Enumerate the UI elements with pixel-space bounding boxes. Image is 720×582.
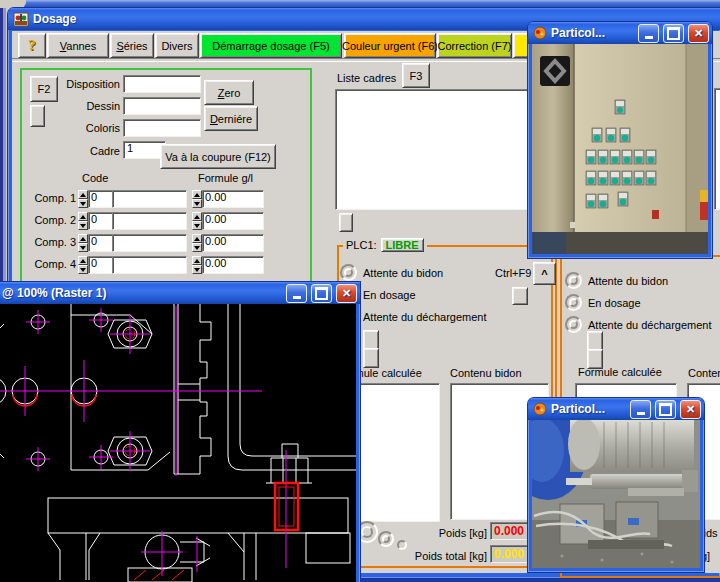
status-indicator: [340, 264, 357, 281]
particol-bottom-title: Particol...: [551, 402, 626, 416]
component-formule-input[interactable]: 0.00: [202, 256, 264, 274]
liste-cadres-listbox[interactable]: [335, 89, 542, 210]
component-label: Comp. 1: [30, 192, 76, 204]
small-button-under-f2[interactable]: [30, 105, 45, 127]
code-header: Code: [82, 172, 108, 184]
toolbar-button-vannes[interactable]: Vannes: [47, 33, 109, 58]
component-code-spinner[interactable]: [78, 190, 88, 208]
component-formule-spinner[interactable]: [192, 256, 202, 274]
component-name-input[interactable]: [112, 190, 187, 208]
cad-titlebar[interactable]: @ 100% (Raster 1) ✕: [0, 282, 360, 304]
plc1-poids-label: Poids [kg]: [392, 527, 487, 539]
plc1-state-attente-dechargement: Attente du déchargement: [363, 311, 487, 323]
close-icon[interactable]: ✕: [336, 284, 357, 303]
component-label: Comp. 3: [30, 236, 76, 248]
component-formule-spinner[interactable]: [192, 234, 202, 252]
dosage-app-icon: [13, 12, 29, 27]
plc1-header: PLC1: LIBRE: [343, 238, 427, 252]
component-code-input[interactable]: 0: [88, 190, 113, 208]
background-window-corner: [0, 0, 26, 8]
plc2-state-en-dosage: En dosage: [588, 297, 641, 309]
coloris-label: Coloris: [58, 122, 120, 134]
component-code-spinner[interactable]: [78, 256, 88, 274]
plc1-poids-total-label: Poids total [kg]: [372, 550, 487, 562]
component-code-input[interactable]: 0: [88, 234, 113, 252]
formule-gl-header: Formule g/l: [198, 172, 253, 184]
cad-canvas[interactable]: [0, 304, 356, 582]
component-label: Comp. 4: [30, 258, 76, 270]
machine-photo: [532, 420, 700, 568]
cadre-label: Cadre: [58, 145, 120, 157]
toolbar-button-divers[interactable]: Divers: [155, 33, 199, 58]
spinner-up-icon: [78, 234, 88, 243]
toolbar-button-demarrage-dosage[interactable]: Démarrage dosage (F5): [200, 33, 342, 58]
close-icon[interactable]: ✕: [688, 24, 709, 43]
f2-button[interactable]: F2: [30, 76, 58, 102]
disposition-label: Disposition: [58, 78, 120, 90]
spinner-down-icon: [192, 265, 202, 274]
background-window-top-edge: [0, 0, 720, 8]
component-code-spinner[interactable]: [78, 212, 88, 230]
question-mark-icon: ?: [28, 37, 36, 54]
component-code-spinner[interactable]: [78, 234, 88, 252]
status-indicator: [565, 272, 582, 289]
derniere-button[interactable]: Derniére: [204, 106, 258, 131]
chevron-up-icon: ^: [541, 268, 547, 280]
f3-button[interactable]: F3: [402, 63, 430, 88]
spinner-up-icon: [78, 256, 88, 265]
right-listbox-fragment[interactable]: [714, 88, 720, 210]
coloris-input[interactable]: [123, 119, 201, 137]
component-formule-input[interactable]: 0.00: [202, 190, 264, 208]
maximize-icon[interactable]: [311, 284, 332, 303]
spinner-up-icon: [192, 190, 202, 199]
zero-button[interactable]: Zero: [204, 80, 254, 105]
maximize-icon[interactable]: [663, 24, 684, 43]
component-code-input[interactable]: 0: [88, 256, 113, 274]
small-button-under-listbox[interactable]: [339, 213, 353, 232]
component-name-input[interactable]: [112, 234, 187, 252]
spinner-down-icon: [192, 221, 202, 230]
cad-window-title: @ 100% (Raster 1): [2, 286, 282, 300]
component-name-input[interactable]: [112, 212, 187, 230]
va-a-la-coupure-button[interactable]: Va à la coupure (F12): [160, 144, 276, 169]
spinner-down-icon: [192, 243, 202, 252]
plc1-state-attente-bidon: Attente du bidon: [363, 267, 443, 279]
status-indicator: [565, 316, 582, 333]
image-viewer-icon: [533, 26, 547, 40]
particol-top-window: Particol... ✕: [528, 22, 712, 258]
maximize-icon[interactable]: [655, 400, 676, 419]
minimize-icon[interactable]: [286, 284, 307, 303]
component-formule-input[interactable]: 0.00: [202, 234, 264, 252]
spinner-up-icon: [192, 256, 202, 265]
plc1-stack-button-1[interactable]: [363, 330, 379, 350]
plc1-status-badge: LIBRE: [381, 238, 424, 252]
particol-top-titlebar[interactable]: Particol... ✕: [528, 22, 712, 44]
collapse-button[interactable]: ^: [533, 262, 556, 285]
toolbar-button-couleur-urgent[interactable]: Couleur urgent (F6): [344, 33, 436, 58]
component-formule-input[interactable]: 0.00: [202, 212, 264, 230]
spinner-down-icon: [78, 221, 88, 230]
toolbar-button-correction[interactable]: Correction (F7): [437, 33, 512, 58]
minimize-icon[interactable]: [630, 400, 651, 419]
screen: Dosage ? Vannes Séries Divers Démarrage …: [0, 0, 720, 582]
plc1-name: PLC1:: [346, 239, 377, 251]
plc1-stack-button-2[interactable]: [363, 348, 379, 368]
minimize-icon[interactable]: [638, 24, 659, 43]
dessin-input[interactable]: [123, 97, 201, 115]
plc2-stack-button-1[interactable]: [587, 331, 603, 351]
plc1-small-box[interactable]: [512, 287, 528, 305]
dessin-label: Dessin: [58, 100, 120, 112]
spinner-down-icon: [192, 199, 202, 208]
particol-bottom-titlebar[interactable]: Particol... ✕: [528, 398, 704, 420]
component-name-input[interactable]: [112, 256, 187, 274]
help-button[interactable]: ?: [18, 33, 46, 58]
particol-bottom-window: Particol... ✕: [528, 398, 704, 572]
spinner-down-icon: [78, 199, 88, 208]
component-code-input[interactable]: 0: [88, 212, 113, 230]
toolbar-button-series[interactable]: Séries: [110, 33, 154, 58]
component-formule-spinner[interactable]: [192, 190, 202, 208]
component-formule-spinner[interactable]: [192, 212, 202, 230]
close-icon[interactable]: ✕: [680, 400, 701, 419]
disposition-input[interactable]: [123, 75, 201, 93]
spinner-up-icon: [78, 212, 88, 221]
